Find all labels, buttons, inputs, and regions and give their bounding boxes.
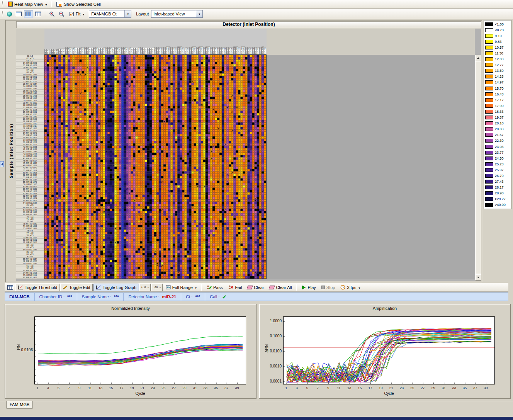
legend-value-label: <1.00: [495, 22, 504, 26]
detector-column-label[interactable]: miR-130b: [194, 46, 196, 54]
vertical-scrollbar[interactable]: [475, 55, 481, 281]
detector-column-label[interactable]: miR-128: [187, 47, 189, 54]
fit-button[interactable]: Fit: [67, 10, 87, 18]
detector-column-label[interactable]: miR-16: [75, 48, 77, 54]
layout-combo[interactable]: Inlet-based View: [151, 10, 203, 18]
detector-column-label[interactable]: miR-149: [245, 47, 248, 54]
chevron-down-icon[interactable]: [196, 10, 202, 17]
select-view-button[interactable]: [34, 10, 42, 18]
detector-column-label[interactable]: miR-19a: [82, 47, 84, 54]
detector-column-label[interactable]: miR-126: [182, 47, 184, 54]
sample-row-label[interactable]: 96: MR N0 1912: [16, 276, 44, 279]
axis-precision-up-button[interactable]: +.0→: [139, 284, 151, 291]
x-tick-label: 35: [463, 386, 467, 390]
x-tick-label: 11: [88, 386, 92, 390]
detector-column-label[interactable]: miR-30c: [126, 47, 128, 54]
clear-all-button[interactable]: Clear All: [267, 284, 294, 291]
column-view-button[interactable]: [24, 10, 33, 18]
amplification-curves-canvas[interactable]: [284, 317, 494, 384]
detector-column-label[interactable]: miR-155: [259, 47, 262, 54]
splitter-collapse-button[interactable]: [0, 161, 4, 167]
detector-column-label[interactable]: miR-95: [147, 48, 149, 54]
detector-column-label[interactable]: miR-127: [185, 47, 187, 54]
pass-button[interactable]: Pass: [204, 284, 225, 291]
table-columns-icon: [25, 12, 31, 16]
detector-column-label[interactable]: miR-32: [133, 48, 136, 54]
fps-label: 3 fps: [347, 285, 356, 290]
detector-column-label[interactable]: miR-23a: [93, 47, 96, 54]
zoom-out-button[interactable]: [57, 10, 66, 18]
legend-value-label: 23.03: [495, 145, 504, 149]
detector-column-label[interactable]: miR-18a: [80, 47, 82, 54]
fail-button[interactable]: Fail: [226, 284, 244, 291]
legend-entry: 26.70: [484, 173, 511, 179]
detector-column-label[interactable]: miR-92: [143, 48, 145, 54]
sample-name-label: Sample Name :: [82, 294, 111, 299]
detector-column-label[interactable]: miR-21: [89, 48, 91, 54]
detector-column-label[interactable]: miR-17: [77, 48, 80, 54]
full-range-button[interactable]: Full Range: [163, 284, 199, 291]
detector-column-label[interactable]: miR-15b: [73, 47, 75, 54]
detector-column-label[interactable]: miR-147: [238, 47, 240, 54]
heatmap-grid[interactable]: [44, 55, 266, 279]
detector-column-label[interactable]: miR-31: [131, 48, 133, 54]
view-selector[interactable]: Heat Map View: [5, 0, 49, 8]
table-view-button[interactable]: [14, 10, 23, 18]
stop-button[interactable]: Stop: [319, 284, 338, 291]
scrollbar-thumb[interactable]: [475, 61, 481, 274]
toggle-log-graph-button[interactable]: Toggle Log Graph: [93, 284, 139, 291]
detector-column-label[interactable]: miR-30d: [129, 47, 131, 54]
legend-value-label: <8.73: [495, 28, 504, 32]
detector-column-label[interactable]: miR-150: [248, 47, 250, 54]
toolbar-grip[interactable]: [2, 1, 3, 7]
detector-column-label[interactable]: miR-148a: [241, 46, 243, 54]
detector-column-label[interactable]: miR-148b: [243, 46, 245, 54]
detector-column-label[interactable]: miR-133a: [199, 46, 201, 54]
detector-column-label[interactable]: miR-153: [255, 47, 257, 54]
scroll-down-button[interactable]: [475, 274, 481, 281]
toolbar-grip[interactable]: [2, 11, 3, 17]
amplification-plot-area[interactable]: [283, 316, 495, 384]
legend-value-label: 14.97: [495, 80, 504, 84]
detector-column-label[interactable]: miR-129: [189, 47, 192, 54]
detector-column-label[interactable]: miR-182: [264, 47, 266, 54]
fps-selector[interactable]: 3 fps: [338, 284, 362, 291]
ct-color-legend: <1.00<8.739.109.8310.5711.3012.0312.7713…: [484, 20, 511, 209]
dye-name: FAM-MGB: [5, 293, 35, 301]
clear-button[interactable]: Clear: [245, 284, 266, 291]
toggle-edit-button[interactable]: Toggle Edit: [60, 284, 92, 291]
detector-column-label[interactable]: miR-20a: [87, 47, 89, 54]
play-button[interactable]: Play: [299, 284, 318, 291]
detector-column-label[interactable]: miR-134: [203, 47, 206, 54]
detector-column-label[interactable]: miR-152: [252, 47, 255, 54]
detector-column-label[interactable]: miR-34c: [140, 47, 143, 54]
chevron-down-icon[interactable]: [124, 10, 131, 17]
detector-column-label[interactable]: miR-133b: [201, 46, 203, 54]
tab-fam-mgb[interactable]: FAM-MGB: [6, 401, 33, 409]
detector-column-label[interactable]: miR-151: [250, 47, 252, 54]
zoom-in-button[interactable]: [48, 10, 56, 18]
globe-view-button[interactable]: [5, 10, 14, 18]
detector-column-label[interactable]: miR-132: [196, 47, 199, 54]
detector-column-label[interactable]: miR-22: [91, 48, 93, 54]
legend-color-swatch: [485, 121, 493, 125]
toggle-threshold-button[interactable]: Toggle Threshold: [15, 284, 59, 291]
detector-column-label[interactable]: miR-154: [257, 47, 259, 54]
detector-column-label[interactable]: miR-33: [136, 48, 138, 54]
detector-column-label[interactable]: miR-19b: [84, 47, 87, 54]
amplification-panel: Amplification ΔRN 1.00000.10000.01000.00…: [259, 304, 511, 399]
measure-combo[interactable]: FAM-MGB Ct: [89, 10, 131, 18]
detector-column-label[interactable]: miR-34a: [138, 47, 140, 54]
x-tick-label: 17: [368, 386, 372, 390]
detector-column-label[interactable]: miR-15a: [70, 47, 72, 54]
toggle-edit-label: Toggle Edit: [69, 285, 90, 290]
normalized-plot-area[interactable]: [34, 316, 246, 384]
normalized-chart-title: Normalized Intensity: [5, 304, 256, 311]
detector-column-label[interactable]: miR-93: [145, 48, 147, 54]
detector-column-label[interactable]: miR-130a: [192, 46, 194, 54]
axis-precision-down-button[interactable]: .00→: [151, 284, 163, 291]
normalized-curves-canvas[interactable]: [35, 317, 246, 384]
scroll-up-button[interactable]: [475, 55, 481, 61]
graph-table-button[interactable]: [6, 284, 15, 291]
show-selected-cell-button[interactable]: Show Selected Cell: [54, 0, 103, 8]
